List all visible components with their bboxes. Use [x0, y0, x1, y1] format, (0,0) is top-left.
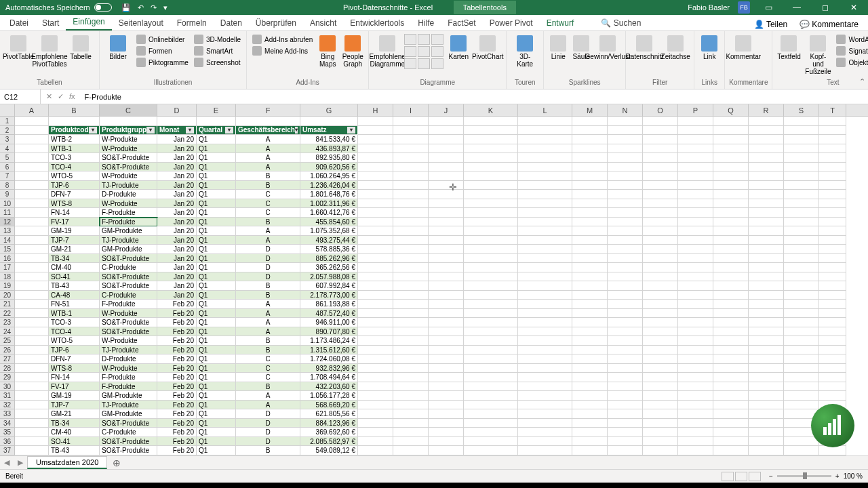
cell[interactable]	[358, 327, 393, 337]
cell[interactable]: CA-48	[49, 291, 100, 300]
cell[interactable]: Q1	[197, 163, 236, 172]
cell[interactable]	[784, 117, 819, 126]
cell[interactable]	[643, 218, 678, 227]
cell[interactable]	[15, 218, 49, 227]
col-header-H[interactable]: H	[358, 104, 393, 116]
cell[interactable]	[608, 272, 643, 282]
cell[interactable]	[393, 291, 429, 300]
cell[interactable]	[572, 300, 608, 309]
cell[interactable]	[643, 181, 678, 190]
cell[interactable]	[713, 327, 749, 337]
cell[interactable]	[429, 117, 464, 126]
cell[interactable]	[749, 309, 784, 319]
cell[interactable]	[393, 354, 429, 364]
cell[interactable]: Q1	[197, 364, 236, 373]
cell[interactable]	[819, 245, 846, 254]
cell[interactable]	[429, 263, 464, 272]
cell[interactable]	[15, 391, 49, 401]
cell[interactable]	[643, 208, 678, 218]
cell[interactable]	[464, 153, 518, 163]
cell[interactable]: Q1	[197, 309, 236, 319]
cell[interactable]	[100, 117, 157, 126]
cell[interactable]	[464, 245, 518, 254]
cell[interactable]	[678, 126, 713, 136]
cell[interactable]: Q1	[197, 382, 236, 392]
cell[interactable]: Q1	[197, 401, 236, 410]
cell[interactable]	[393, 190, 429, 199]
cell[interactable]	[608, 190, 643, 199]
cell[interactable]	[464, 291, 518, 300]
cell[interactable]	[643, 455, 678, 456]
cell[interactable]	[15, 401, 49, 410]
cell[interactable]: GM-21	[49, 409, 100, 419]
cell[interactable]	[429, 309, 464, 319]
cell[interactable]	[518, 117, 572, 126]
slicer-button[interactable]: Datenschnitt	[630, 34, 658, 62]
row-header[interactable]: 1	[0, 117, 15, 126]
cell[interactable]	[518, 318, 572, 327]
cell[interactable]	[15, 181, 49, 190]
cell[interactable]	[429, 208, 464, 218]
cell[interactable]	[784, 245, 819, 254]
cell[interactable]: 568.669,20 €	[300, 401, 358, 410]
cell[interactable]	[572, 208, 608, 218]
cell[interactable]: 2.178.773,00 €	[300, 291, 358, 300]
tab-daten[interactable]: Daten	[214, 16, 249, 30]
get-addins-button[interactable]: Add-Ins abrufen	[251, 34, 314, 45]
cell[interactable]	[678, 437, 713, 447]
link-button[interactable]: Link	[698, 34, 720, 62]
pictures-button[interactable]: Bilder	[104, 34, 132, 62]
cell[interactable]: Feb 20	[157, 309, 197, 319]
cell[interactable]	[518, 419, 572, 428]
comments-button[interactable]: 💬 Kommentare	[795, 18, 863, 30]
cell[interactable]	[678, 309, 713, 319]
cell[interactable]: Feb 20	[157, 364, 197, 373]
cell[interactable]	[429, 245, 464, 254]
cell[interactable]: SO&T-Produkte	[100, 153, 157, 163]
cell[interactable]	[678, 455, 713, 456]
row-header[interactable]: 28	[0, 364, 15, 373]
cell[interactable]	[393, 318, 429, 327]
cell[interactable]: Jan 20	[157, 291, 197, 300]
cell[interactable]	[819, 153, 846, 163]
cell[interactable]	[464, 199, 518, 209]
cell[interactable]	[643, 364, 678, 373]
cell[interactable]: A	[236, 153, 300, 163]
cell[interactable]: SO&T-Produkte	[100, 272, 157, 282]
col-header-S[interactable]: S	[784, 104, 819, 116]
cell[interactable]: Q1	[197, 373, 236, 382]
cancel-formula-icon[interactable]: ✕	[46, 92, 52, 101]
cell[interactable]	[464, 163, 518, 172]
cell[interactable]: 369.692,60 €	[300, 428, 358, 437]
cell[interactable]	[15, 263, 49, 272]
cell[interactable]: D	[236, 409, 300, 419]
cell[interactable]	[300, 117, 358, 126]
cell[interactable]	[429, 419, 464, 428]
smartart-button[interactable]: SmartArt	[193, 45, 242, 56]
cell[interactable]	[784, 171, 819, 181]
cell[interactable]	[608, 401, 643, 410]
tab-datei[interactable]: Datei	[3, 16, 35, 30]
qat-customize-icon[interactable]: ▾	[163, 3, 167, 12]
cell[interactable]	[358, 373, 393, 382]
object-button[interactable]: Objekt	[835, 57, 868, 68]
cell[interactable]	[749, 391, 784, 401]
cell[interactable]	[819, 236, 846, 245]
table-button[interactable]: Tabelle	[66, 34, 95, 62]
row-header[interactable]: 32	[0, 401, 15, 410]
cell[interactable]	[429, 226, 464, 236]
cell[interactable]	[572, 346, 608, 355]
cell[interactable]	[749, 300, 784, 309]
cell[interactable]	[464, 364, 518, 373]
row-header[interactable]: 24	[0, 327, 15, 337]
cell[interactable]: Feb 20	[157, 382, 197, 392]
cell[interactable]: Q1	[197, 254, 236, 264]
cell[interactable]	[518, 263, 572, 272]
cell[interactable]	[518, 190, 572, 199]
cell[interactable]	[429, 190, 464, 199]
cell[interactable]	[784, 126, 819, 136]
cell[interactable]	[429, 354, 464, 364]
cell[interactable]	[518, 144, 572, 154]
cell[interactable]	[15, 446, 49, 455]
cell[interactable]: Jan 20	[157, 208, 197, 218]
